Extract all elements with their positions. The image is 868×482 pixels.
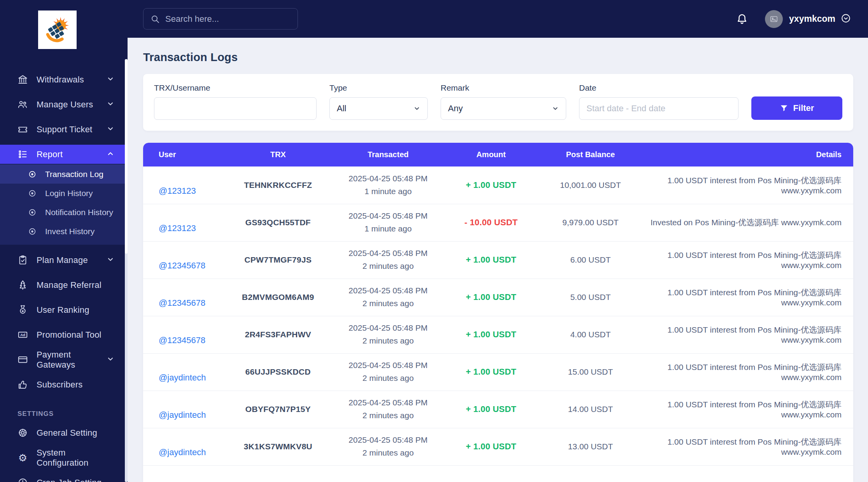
sidebar-item-invest-history[interactable]: Invest History	[0, 222, 128, 241]
sidebar-item-system-configuration[interactable]: ⚙ System Configuration	[0, 448, 128, 467]
sidebar-scrollbar-thumb[interactable]	[125, 59, 128, 254]
details-text: 1.00 USDT interest from Pos Mining-优选源码库…	[647, 316, 853, 353]
col-transacted: Transacted	[328, 143, 448, 167]
sidebar-item-label: Support Ticket	[37, 124, 92, 135]
transacted-date: 2025-04-25 05:48 PM	[328, 172, 448, 185]
sidebar-item-support-ticket[interactable]: Support Ticket	[0, 120, 128, 139]
sidebar-item-notification-history[interactable]: Notification History	[0, 203, 128, 222]
table-row: @jaydintech 3K1KS7WMKV8U 2025-04-25 05:4…	[143, 428, 853, 465]
details-text: 1.00 USDT interest from Pos Mining-优选源码库…	[647, 391, 853, 428]
table-header: User TRX Transacted Amount Post Balance …	[143, 143, 853, 167]
chevron-down-icon	[107, 355, 114, 365]
date-field: Date	[579, 83, 738, 120]
post-balance-value: 6.00 USDT	[534, 241, 647, 279]
settings-section-label: SETTINGS	[0, 400, 128, 423]
transacted-date: 2025-04-25 05:48 PM	[328, 434, 448, 447]
sidebar-item-withdrawals[interactable]: Withdrawals	[0, 70, 128, 89]
type-label: Type	[329, 83, 428, 93]
col-post-balance: Post Balance	[534, 143, 647, 167]
sidebar-nav: Withdrawals Manage Users Support Ticket	[0, 70, 128, 482]
transacted-cell: 2025-04-25 05:48 PM1 minute ago	[328, 167, 448, 204]
filter-button[interactable]: Filter	[751, 96, 842, 120]
user-link[interactable]: @123123	[159, 223, 196, 233]
sidebar-item-promotional-tool[interactable]: Ad Promotional Tool	[0, 325, 128, 344]
sidebar-item-user-ranking[interactable]: User Ranking	[0, 300, 128, 319]
circle-dot-icon	[28, 208, 37, 217]
type-select[interactable]: All	[329, 97, 428, 120]
sidebar-item-general-setting[interactable]: General Setting	[0, 423, 128, 442]
topbar-right: yxymkcom	[736, 10, 851, 28]
transactions-table: User TRX Transacted Amount Post Balance …	[143, 143, 853, 466]
avatar[interactable]	[765, 10, 783, 28]
filter-card: TRX/Username Type All Remark Any	[143, 74, 853, 131]
trx-code: 3K1KS7WMKV8U	[228, 428, 328, 465]
sidebar-item-label: Promotional Tool	[37, 330, 102, 340]
chevron-down-icon	[107, 256, 114, 265]
image-placeholder-icon	[770, 15, 778, 23]
sidebar-item-payment-gateways[interactable]: Payment Gateways	[0, 350, 128, 369]
search-box	[143, 8, 298, 30]
sidebar-item-manage-users[interactable]: Manage Users	[0, 95, 128, 114]
user-link[interactable]: @jaydintech	[159, 410, 206, 420]
post-balance-value: 14.00 USDT	[534, 391, 647, 428]
post-balance-value: 15.00 USDT	[534, 353, 647, 391]
user-link[interactable]: @12345678	[159, 298, 205, 308]
user-link[interactable]: @12345678	[159, 261, 205, 271]
ad-icon: Ad	[18, 330, 28, 340]
users-icon	[18, 99, 28, 110]
trx-code: 2R4FS3FAPHWV	[228, 316, 328, 353]
username-label[interactable]: yxymkcom	[789, 14, 835, 24]
amount-value: + 1.00 USDT	[466, 442, 516, 451]
report-submenu: Transaction Log Login History Notificati…	[0, 164, 128, 245]
col-trx: TRX	[228, 143, 328, 167]
details-text: 1.00 USDT interest from Pos Mining-优选源码库…	[647, 353, 853, 391]
sidebar-item-transaction-log[interactable]: Transaction Log	[0, 165, 128, 184]
clock-icon	[18, 477, 28, 482]
sidebar-item-plan-manage[interactable]: Plan Manage	[0, 251, 128, 270]
notifications-bell-icon[interactable]	[736, 13, 748, 25]
user-menu-chevron-icon[interactable]	[841, 13, 851, 25]
trx-code: GS93QCH55TDF	[228, 204, 328, 241]
col-user: User	[143, 143, 228, 167]
table-row: @123123 TEHNKRKCCFFZ 2025-04-25 05:48 PM…	[143, 167, 853, 204]
user-link[interactable]: @12345678	[159, 335, 205, 345]
transacted-date: 2025-04-25 05:48 PM	[328, 396, 448, 409]
transacted-date: 2025-04-25 05:48 PM	[328, 284, 448, 297]
transacted-cell: 2025-04-25 05:48 PM2 minutes ago	[328, 391, 448, 428]
trx-username-input[interactable]	[161, 103, 309, 114]
sidebar-item-manage-referral[interactable]: Manage Referral	[0, 275, 128, 294]
user-link[interactable]: @jaydintech	[159, 373, 206, 383]
sidebar-item-subscribers[interactable]: Subscribers	[0, 375, 128, 394]
table-row: @jaydintech OBYFQ7N7P15Y 2025-04-25 05:4…	[143, 391, 853, 428]
sidebar-item-report[interactable]: Report	[0, 145, 128, 164]
details-text: 1.00 USDT interest from Pos Mining-优选源码库…	[647, 428, 853, 465]
sidebar-item-label: Subscribers	[37, 380, 82, 390]
chevron-down-icon	[107, 75, 114, 84]
sidebar-item-label: System Configuration	[37, 448, 114, 468]
post-balance-value: 5.00 USDT	[534, 279, 647, 316]
circle-dot-icon	[28, 189, 37, 198]
transacted-cell: 2025-04-25 05:48 PM2 minutes ago	[328, 316, 448, 353]
user-link[interactable]: @jaydintech	[159, 447, 206, 457]
col-details: Details	[647, 143, 853, 167]
chevron-down-icon	[107, 100, 114, 109]
trx-code: 66UJJPSSKDCD	[228, 353, 328, 391]
remark-select[interactable]: Any	[441, 97, 566, 120]
chevron-down-icon	[552, 105, 559, 112]
amount-value: + 1.00 USDT	[466, 330, 516, 339]
brand-logo[interactable]	[38, 11, 77, 49]
sidebar-subitem-label: Notification History	[45, 208, 113, 217]
app-window: Withdrawals Manage Users Support Ticket	[0, 0, 868, 482]
sidebar-item-label: Report	[37, 149, 63, 159]
amount-value: + 1.00 USDT	[466, 404, 516, 414]
post-balance-value: 9,979.00 USDT	[534, 204, 647, 241]
sidebar-item-cron-job-setting[interactable]: Cron Job Setting	[0, 473, 128, 482]
sidebar-item-login-history[interactable]: Login History	[0, 184, 128, 203]
transacted-ago: 2 minutes ago	[328, 372, 448, 385]
circle-dot-icon	[28, 227, 37, 236]
search-input[interactable]	[165, 14, 290, 24]
details-text: 1.00 USDT interest from Pos Mining-优选源码库…	[647, 279, 853, 316]
user-link[interactable]: @123123	[159, 186, 196, 196]
sidebar-scrollbar[interactable]	[125, 59, 128, 482]
date-range-input[interactable]	[586, 103, 731, 114]
